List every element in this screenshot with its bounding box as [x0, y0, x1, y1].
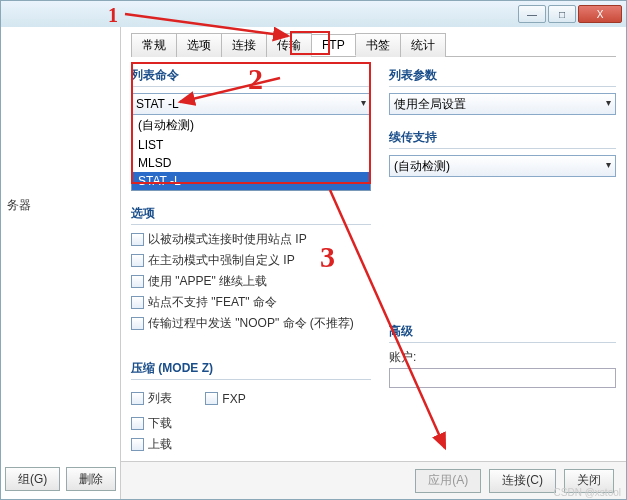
- group-button[interactable]: 组(G): [5, 467, 60, 491]
- tabs: 常规 选项 连接 传输 FTP 书签 统计: [131, 35, 616, 57]
- apply-button[interactable]: 应用(A): [415, 469, 481, 493]
- options-group: 选项 以被动模式连接时使用站点 IP 在主动模式中强制自定义 IP 使用 "AP…: [131, 205, 371, 332]
- list-command-dropdown[interactable]: (自动检测) LIST MLSD STAT -L: [131, 115, 371, 191]
- tab-stats[interactable]: 统计: [400, 33, 446, 57]
- chk-compress-list[interactable]: 列表: [131, 390, 172, 407]
- compress-title: 压缩 (MODE Z): [131, 360, 371, 380]
- maximize-button[interactable]: □: [548, 5, 576, 23]
- checkbox-icon: [131, 296, 144, 309]
- list-command-value: STAT -L: [136, 97, 179, 111]
- chk-compress-upload[interactable]: 上载: [131, 436, 371, 453]
- account-label: 账户:: [389, 349, 616, 366]
- dialog-footer: 应用(A) 连接(C) 关闭: [121, 461, 626, 499]
- checkbox-icon: [131, 254, 144, 267]
- chk-label: 列表: [148, 390, 172, 407]
- checkbox-icon: [205, 392, 218, 405]
- list-params-value: 使用全局设置: [394, 96, 466, 113]
- checkbox-icon: [131, 317, 144, 330]
- list-command-group: 列表命令 STAT -L (自动检测) LIST MLSD STAT -L: [131, 67, 371, 191]
- compress-group: 压缩 (MODE Z) 列表 FXP 下载 上载: [131, 360, 371, 453]
- list-params-group: 列表参数 使用全局设置: [389, 67, 616, 115]
- connect-button[interactable]: 连接(C): [489, 469, 556, 493]
- main-panel: 常规 选项 连接 传输 FTP 书签 统计 列表命令 STAT -L (自动: [121, 27, 626, 499]
- tab-connect[interactable]: 连接: [221, 33, 267, 57]
- list-command-title: 列表命令: [131, 67, 371, 87]
- tab-ftp[interactable]: FTP: [311, 34, 356, 56]
- chk-noop[interactable]: 传输过程中发送 "NOOP" 命令 (不推荐): [131, 315, 371, 332]
- close-button[interactable]: X: [578, 5, 622, 23]
- left-pane: 务器 组(G) 删除: [1, 27, 121, 499]
- chk-label: 传输过程中发送 "NOOP" 命令 (不推荐): [148, 315, 354, 332]
- chk-label: 站点不支持 "FEAT" 命令: [148, 294, 277, 311]
- resume-select[interactable]: (自动检测): [389, 155, 616, 177]
- chk-compress-download[interactable]: 下载: [131, 415, 371, 432]
- options-group-title: 选项: [131, 205, 371, 225]
- dd-item-auto[interactable]: (自动检测): [132, 115, 370, 136]
- resume-group: 续传支持 (自动检测): [389, 129, 616, 177]
- checkbox-icon: [131, 392, 144, 405]
- chk-passive-ip[interactable]: 以被动模式连接时使用站点 IP: [131, 231, 371, 248]
- chk-label: 以被动模式连接时使用站点 IP: [148, 231, 307, 248]
- tab-transfer[interactable]: 传输: [266, 33, 312, 57]
- dd-item-statl[interactable]: STAT -L: [132, 172, 370, 190]
- dd-item-mlsd[interactable]: MLSD: [132, 154, 370, 172]
- checkbox-icon: [131, 233, 144, 246]
- chk-active-ip[interactable]: 在主动模式中强制自定义 IP: [131, 252, 371, 269]
- servers-label: 务器: [7, 197, 31, 214]
- account-input[interactable]: [389, 368, 616, 388]
- checkbox-icon: [131, 417, 144, 430]
- resume-title: 续传支持: [389, 129, 616, 149]
- chk-label: FXP: [222, 392, 245, 406]
- tab-options[interactable]: 选项: [176, 33, 222, 57]
- list-params-title: 列表参数: [389, 67, 616, 87]
- dd-item-list[interactable]: LIST: [132, 136, 370, 154]
- watermark: CSDN @xstool: [554, 487, 621, 498]
- delete-button[interactable]: 删除: [66, 467, 116, 491]
- content-area: 务器 组(G) 删除 常规 选项 连接 传输 FTP 书签 统计 列表命令: [1, 27, 626, 499]
- chk-fxp[interactable]: FXP: [205, 392, 245, 406]
- list-params-select[interactable]: 使用全局设置: [389, 93, 616, 115]
- chk-label: 使用 "APPE" 继续上载: [148, 273, 267, 290]
- minimize-button[interactable]: —: [518, 5, 546, 23]
- checkbox-icon: [131, 275, 144, 288]
- tab-general[interactable]: 常规: [131, 33, 177, 57]
- tab-bookmark[interactable]: 书签: [355, 33, 401, 57]
- app-window: — □ X 务器 组(G) 删除 常规 选项 连接 传输 FTP 书签 统计: [0, 0, 627, 500]
- resume-value: (自动检测): [394, 158, 450, 175]
- checkbox-icon: [131, 438, 144, 451]
- chk-appe[interactable]: 使用 "APPE" 继续上载: [131, 273, 371, 290]
- chk-label: 在主动模式中强制自定义 IP: [148, 252, 295, 269]
- advanced-title: 高级: [389, 323, 616, 343]
- chk-feat[interactable]: 站点不支持 "FEAT" 命令: [131, 294, 371, 311]
- chk-label: 下载: [148, 415, 172, 432]
- chk-label: 上载: [148, 436, 172, 453]
- titlebar: — □ X: [1, 1, 626, 27]
- advanced-group: 高级 账户:: [389, 323, 616, 388]
- list-command-select[interactable]: STAT -L: [131, 93, 371, 115]
